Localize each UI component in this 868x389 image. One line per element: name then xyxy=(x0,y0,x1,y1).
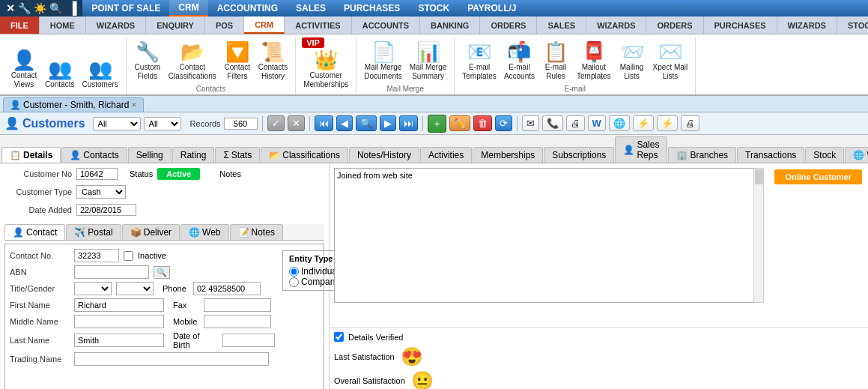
nav-search-btn[interactable]: 🔍 xyxy=(356,115,377,131)
gender-dropdown[interactable] xyxy=(116,282,154,295)
tab-stock[interactable]: Stock xyxy=(805,147,844,163)
abn-input[interactable] xyxy=(74,265,149,279)
tab-contacts[interactable]: 👤 Contacts xyxy=(61,147,127,163)
ribbon-btn-filters[interactable]: 🔽 ContactFilters xyxy=(221,40,254,83)
filter-dropdown-1[interactable]: All Active Inactive xyxy=(93,117,141,130)
nav-prev-btn[interactable]: ◀ xyxy=(336,115,353,131)
tab-wizards3[interactable]: WIZARDS xyxy=(777,16,837,34)
close-tab-icon[interactable]: ✕ xyxy=(131,101,137,109)
ribbon-btn-xpect-mail[interactable]: ✉️ Xpect MailLists xyxy=(650,40,691,83)
email-btn[interactable]: ✉ xyxy=(522,115,539,131)
tab-crm[interactable]: CRM xyxy=(244,16,285,34)
ribbon-btn-email-templates[interactable]: 📧 E-mailTemplates xyxy=(459,40,500,83)
tab-stock-ribbon[interactable]: STOCK xyxy=(837,16,868,34)
date-added-input[interactable] xyxy=(76,204,136,216)
menu-purchases[interactable]: PURCHASES xyxy=(335,0,409,16)
tab-banking[interactable]: BANKING xyxy=(420,16,480,34)
first-name-input[interactable] xyxy=(74,298,164,312)
tab-file[interactable]: FILE xyxy=(0,16,40,34)
printer2-btn[interactable]: 🖨 xyxy=(681,115,699,131)
nav-first-btn[interactable]: ⏮ xyxy=(315,115,333,131)
tab-classifications[interactable]: 📂 Classifications xyxy=(261,147,348,163)
tab-activities[interactable]: Activities xyxy=(420,147,472,163)
tab-selling[interactable]: Selling xyxy=(128,147,172,163)
lightning-btn[interactable]: ⚡ xyxy=(633,115,654,131)
globe-btn[interactable]: 🌐 xyxy=(609,115,630,131)
menu-accounting[interactable]: ACCOUNTING xyxy=(208,0,287,16)
entity-company-radio[interactable] xyxy=(289,277,299,287)
word-btn[interactable]: W xyxy=(588,115,606,131)
customer-no-input[interactable] xyxy=(76,168,118,180)
ribbon-btn-mail-merge-docs[interactable]: 📄 Mail MergeDocuments xyxy=(361,40,405,83)
menu-crm[interactable]: CRM xyxy=(169,0,207,16)
tab-orders[interactable]: ORDERS xyxy=(480,16,537,34)
ribbon-btn-mailout-templates[interactable]: 📮 MailoutTemplates xyxy=(574,40,614,83)
records-count[interactable] xyxy=(224,118,258,130)
ribbon-btn-custom-fields[interactable]: 🔧 CustomFields xyxy=(131,40,164,83)
menu-pos[interactable]: POINT OF SALE xyxy=(82,0,169,16)
inner-tab-postal[interactable]: ✈️ Postal xyxy=(66,224,121,240)
tab-sales[interactable]: SALES xyxy=(537,16,586,34)
ribbon-btn-email-accounts[interactable]: 📬 E-mailAccounts xyxy=(501,40,538,83)
calc-btn[interactable]: ⚡ xyxy=(657,115,678,131)
contact-no-input[interactable] xyxy=(74,249,119,262)
tab-transactions[interactable]: Transactions xyxy=(737,147,804,163)
ribbon-btn-customers[interactable]: 👥 Customers xyxy=(79,57,121,91)
tab-pos[interactable]: POS xyxy=(205,16,244,34)
add-btn[interactable]: ＋ xyxy=(428,115,446,133)
tab-wizards2[interactable]: WIZARDS xyxy=(586,16,646,34)
nav-x-btn[interactable]: ✕ xyxy=(288,115,305,131)
print-btn[interactable]: 🖨 xyxy=(566,115,585,131)
delete-btn[interactable]: 🗑 xyxy=(473,115,492,131)
phone-input[interactable] xyxy=(193,282,261,295)
entity-individual-radio[interactable] xyxy=(289,267,299,277)
ribbon-btn-memberships[interactable]: VIP 👑 CustomerMemberships xyxy=(300,37,351,91)
inactive-checkbox[interactable] xyxy=(124,251,133,261)
refresh-btn[interactable]: ⟳ xyxy=(495,115,512,131)
tab-orders2[interactable]: ORDERS xyxy=(646,16,703,34)
tab-branches[interactable]: 🏢 Branches xyxy=(668,147,736,163)
menu-sales[interactable]: SALES xyxy=(287,0,335,16)
tab-memberships[interactable]: Memberships xyxy=(473,147,543,163)
tab-purchases[interactable]: PURCHASES xyxy=(704,16,777,34)
fax-input[interactable] xyxy=(204,298,271,312)
tab-web[interactable]: 🌐 Web xyxy=(845,147,868,163)
inner-tab-contact[interactable]: 👤 Contact xyxy=(4,224,65,240)
ribbon-btn-contacts[interactable]: 👥 Contacts xyxy=(42,57,77,91)
tab-accounts[interactable]: ACCOUNTS xyxy=(352,16,420,34)
menu-payroll[interactable]: PAYROLL/J xyxy=(458,0,525,16)
customer-tab[interactable]: 👤 Customer - Smith, Richard ✕ xyxy=(3,97,144,112)
abn-search-btn[interactable]: 🔍 xyxy=(154,266,170,279)
tab-wizards[interactable]: WIZARDS xyxy=(86,16,146,34)
ribbon-btn-mail-merge-summary[interactable]: 📊 Mail MergeSummary xyxy=(407,40,449,83)
ribbon-btn-history[interactable]: 📜 ContactsHistory xyxy=(255,40,291,83)
nav-next-btn[interactable]: ▶ xyxy=(380,115,396,131)
notes-textarea[interactable]: Joined from web site xyxy=(334,168,764,303)
phone-btn[interactable]: 📞 xyxy=(542,115,563,131)
tab-subscriptions[interactable]: Subscriptions xyxy=(544,147,614,163)
tab-enquiry[interactable]: ENQUIRY xyxy=(146,16,205,34)
ribbon-btn-contact-views[interactable]: 👤 ContactViews xyxy=(7,48,40,91)
tab-stats[interactable]: Σ Stats xyxy=(215,147,260,163)
ribbon-btn-mailing-lists[interactable]: 📨 MailingLists xyxy=(616,40,649,83)
edit-btn[interactable]: ✏️ xyxy=(449,115,470,131)
trading-name-input[interactable] xyxy=(74,352,269,366)
menu-stock[interactable]: STOCK xyxy=(409,0,458,16)
tab-home[interactable]: HOME xyxy=(40,16,86,34)
inner-tab-deliver[interactable]: 📦 Deliver xyxy=(122,224,180,240)
ribbon-btn-classifications[interactable]: 📂 ContactClassifications xyxy=(166,40,219,83)
middle-name-input[interactable] xyxy=(74,315,164,328)
dob-input[interactable] xyxy=(222,334,275,347)
mobile-input[interactable] xyxy=(204,315,271,328)
online-customer-btn[interactable]: Online Customer xyxy=(774,169,862,184)
nav-last-btn[interactable]: ⏭ xyxy=(399,115,418,131)
tab-sales-reps[interactable]: 👤 Sales Reps xyxy=(615,136,667,163)
tab-notes-history[interactable]: Notes/History xyxy=(349,147,419,163)
inner-tab-notes[interactable]: 📝 Notes xyxy=(230,224,283,240)
inner-tab-web[interactable]: 🌐 Web xyxy=(180,224,228,240)
nav-check-btn[interactable]: ✓ xyxy=(267,115,285,131)
ribbon-btn-email-rules[interactable]: 📋 E-mailRules xyxy=(539,40,572,83)
filter-dropdown-2[interactable]: All xyxy=(144,117,181,130)
last-name-input[interactable] xyxy=(74,334,164,347)
tab-rating[interactable]: Rating xyxy=(172,147,215,163)
